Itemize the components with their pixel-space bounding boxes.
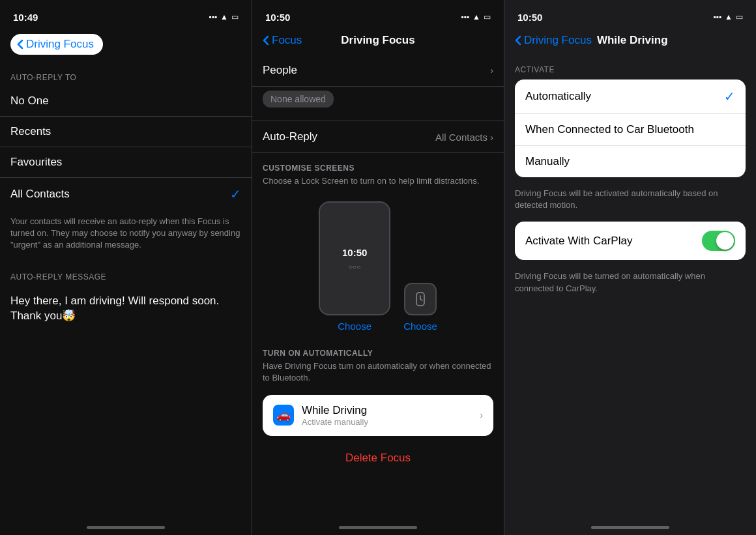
nav-bar-p3: Driving Focus While Driving bbox=[504, 29, 756, 55]
panel3-scroll: ACTIVATE Automatically ✓ When Connected … bbox=[504, 55, 756, 519]
mockup-time: 10:50 bbox=[342, 247, 367, 258]
driving-focus-back-button[interactable]: Driving Focus bbox=[10, 34, 103, 55]
delete-focus-button[interactable]: Delete Focus bbox=[345, 452, 411, 464]
home-screen-mockup-container bbox=[404, 283, 437, 315]
carplay-toggle[interactable] bbox=[702, 231, 735, 251]
customise-desc: Choose a Lock Screen to turn on to help … bbox=[263, 175, 493, 187]
driving-car-icon: 🚗 bbox=[273, 405, 294, 426]
screen-previews: 10:50 ○○○ Choose bbox=[263, 195, 493, 332]
carplay-label: Activate With CarPlay bbox=[525, 235, 632, 248]
automatically-desc: Driving Focus will be activated automati… bbox=[504, 182, 756, 222]
activate-section-label: ACTIVATE bbox=[504, 55, 756, 80]
option-manually[interactable]: Manually bbox=[515, 146, 746, 177]
signal-icon-p2: ▪▪▪ bbox=[461, 12, 469, 22]
home-screen-preview: Choose bbox=[403, 283, 437, 332]
option-all-contacts-check: ✓ bbox=[230, 186, 241, 202]
people-chevron-icon: › bbox=[490, 65, 493, 76]
home-bar-p1 bbox=[87, 526, 165, 529]
activate-options-card: Automatically ✓ When Connected to Car Bl… bbox=[515, 80, 746, 177]
mockup-dots: ○○○ bbox=[349, 263, 360, 270]
status-time-p3: 10:50 bbox=[517, 12, 542, 23]
turn-on-desc: Have Driving Focus turn on automatically… bbox=[263, 360, 493, 384]
lock-screen-mockup: 10:50 ○○○ bbox=[319, 201, 390, 315]
delete-focus-section: Delete Focus bbox=[252, 441, 504, 475]
focus-back-button[interactable]: Focus bbox=[263, 34, 302, 47]
option-no-one[interactable]: No One bbox=[0, 86, 252, 117]
auto-reply-message-section-label: AUTO-REPLY MESSAGE bbox=[0, 262, 252, 285]
while-driving-sub: Activate manually bbox=[302, 417, 368, 427]
while-driving-left: 🚗 While Driving Activate manually bbox=[273, 404, 368, 427]
status-bar-p3: 10:50 ▪▪▪ ▲ ▭ bbox=[504, 0, 756, 29]
customise-section: CUSTOMISE SCREENS Choose a Lock Screen t… bbox=[252, 153, 504, 338]
carplay-desc: Driving Focus will be turned on automati… bbox=[504, 265, 756, 304]
back-label-p1: Driving Focus bbox=[26, 38, 94, 51]
nav-subtitle-p3: While Driving bbox=[597, 34, 668, 47]
auto-reply-message-text: Hey there, I am driving! Will respond so… bbox=[10, 293, 241, 325]
auto-reply-info-text: Your contacts will receive an auto-reply… bbox=[0, 210, 252, 262]
wifi-icon-p2: ▲ bbox=[472, 12, 480, 22]
lock-choose-label[interactable]: Choose bbox=[338, 321, 371, 332]
option-automatically[interactable]: Automatically ✓ bbox=[515, 80, 746, 114]
while-driving-info: While Driving Activate manually bbox=[302, 404, 368, 427]
option-favourites-label: Favourites bbox=[10, 156, 241, 169]
auto-reply-message-box: Hey there, I am driving! Will respond so… bbox=[0, 285, 252, 332]
status-bar-p1: 10:49 ▪▪▪ ▲ ▭ bbox=[0, 0, 252, 29]
status-icons-p1: ▪▪▪ ▲ ▭ bbox=[209, 12, 239, 22]
home-indicator-p1 bbox=[0, 519, 252, 535]
wifi-icon-p3: ▲ bbox=[725, 12, 733, 22]
home-bar-p2 bbox=[339, 526, 417, 529]
wifi-icon-p1: ▲ bbox=[220, 12, 228, 22]
panel2-scroll: People › None allowed Auto-Reply All Con… bbox=[252, 55, 504, 519]
option-all-contacts-label: All Contacts bbox=[10, 188, 230, 201]
customise-title: CUSTOMISE SCREENS bbox=[263, 164, 493, 173]
status-icons-p2: ▪▪▪ ▲ ▭ bbox=[461, 12, 491, 22]
none-allowed-badge: None allowed bbox=[263, 91, 334, 108]
driving-focus-back-button-p3[interactable]: Driving Focus bbox=[515, 34, 592, 47]
option-no-one-label: No One bbox=[10, 94, 241, 108]
option-car-bluetooth-label: When Connected to Car Bluetooth bbox=[525, 123, 694, 136]
panel1-content: 10:49 ▪▪▪ ▲ ▭ Driving Focus AUTO-REPLY T… bbox=[0, 0, 252, 535]
nav-bar-p1: Driving Focus bbox=[0, 29, 252, 63]
chevron-left-icon-p2 bbox=[263, 35, 269, 46]
home-bar-p3 bbox=[591, 526, 669, 529]
option-car-bluetooth[interactable]: When Connected to Car Bluetooth bbox=[515, 114, 746, 146]
nav-title-p2: Driving Focus bbox=[341, 34, 414, 47]
while-driving-card[interactable]: 🚗 While Driving Activate manually › bbox=[263, 395, 493, 436]
status-bar-p2: 10:50 ▪▪▪ ▲ ▭ bbox=[252, 0, 504, 29]
svg-line-2 bbox=[420, 299, 422, 300]
option-recents[interactable]: Recents bbox=[0, 117, 252, 147]
option-automatically-label: Automatically bbox=[525, 90, 591, 103]
chevron-left-icon-p3 bbox=[515, 35, 521, 46]
back-label-p3: Driving Focus bbox=[524, 34, 592, 47]
panel2-content: 10:50 ▪▪▪ ▲ ▭ Focus Driving Focus Peopl bbox=[252, 0, 504, 535]
battery-icon-p3: ▭ bbox=[736, 12, 743, 22]
battery-icon-p2: ▭ bbox=[484, 12, 491, 22]
auto-reply-row[interactable]: Auto-Reply All Contacts › bbox=[252, 121, 504, 152]
option-automatically-check: ✓ bbox=[724, 89, 735, 104]
home-indicator-p2 bbox=[252, 519, 504, 535]
watch-svg bbox=[411, 290, 429, 308]
auto-reply-options-list: No One Recents Favourites All Contacts ✓ bbox=[0, 86, 252, 210]
status-time-p1: 10:49 bbox=[13, 12, 38, 23]
people-row[interactable]: People › bbox=[252, 55, 504, 87]
none-allowed-container: None allowed bbox=[252, 87, 504, 121]
panel3-content: 10:50 ▪▪▪ ▲ ▭ Driving Focus While Drivin… bbox=[504, 0, 756, 535]
status-icons-p3: ▪▪▪ ▲ ▭ bbox=[713, 12, 743, 22]
watch-icon bbox=[404, 283, 437, 315]
back-label-p2: Focus bbox=[272, 34, 302, 47]
people-section: People › None allowed bbox=[252, 55, 504, 121]
option-favourites[interactable]: Favourites bbox=[0, 147, 252, 178]
auto-reply-value-container: All Contacts › bbox=[435, 132, 493, 143]
carplay-card: Activate With CarPlay bbox=[515, 222, 746, 260]
lock-screen-preview: 10:50 ○○○ Choose bbox=[319, 201, 390, 332]
battery-icon-p1: ▭ bbox=[231, 12, 239, 22]
panel1-scroll: AUTO-REPLY TO No One Recents Favourites … bbox=[0, 63, 252, 519]
chevron-left-icon-p1 bbox=[17, 39, 23, 50]
option-all-contacts[interactable]: All Contacts ✓ bbox=[0, 178, 252, 210]
status-time-p2: 10:50 bbox=[265, 12, 290, 23]
turn-on-section: TURN ON AUTOMATICALLY Have Driving Focus… bbox=[252, 338, 504, 389]
home-choose-label[interactable]: Choose bbox=[403, 321, 437, 332]
panel-while-driving: 10:50 ▪▪▪ ▲ ▭ Driving Focus While Drivin… bbox=[504, 0, 756, 535]
option-manually-label: Manually bbox=[525, 155, 570, 168]
while-driving-chevron-icon: › bbox=[480, 410, 483, 420]
